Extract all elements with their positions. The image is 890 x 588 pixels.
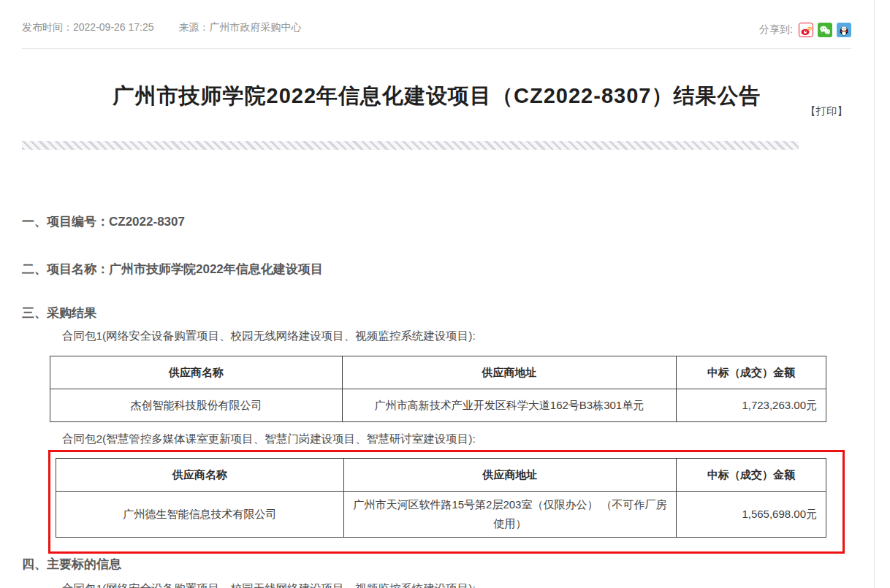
col-supplier-name: 供应商名称 <box>50 356 343 389</box>
table-row: 杰创智能科技股份有限公司 广州市高新技术产业开发区科学大道162号B3栋301单… <box>50 389 826 422</box>
section-procurement-result: 三、采购结果 <box>22 305 96 321</box>
qq-icon[interactable] <box>837 23 851 37</box>
share-label: 分享到: <box>759 23 793 37</box>
weibo-icon[interactable] <box>799 23 813 37</box>
supplier-name-cell: 杰创智能科技股份有限公司 <box>50 389 343 422</box>
package2-label: 合同包2(智慧管控多媒体课室更新项目、智慧门岗建设项目、智慧研讨室建设项目): <box>62 432 476 447</box>
table-row: 广州德生智能信息技术有限公司 广州市天河区软件路15号第2层203室（仅限办公）… <box>56 492 826 538</box>
col-award-amount: 中标（成交）金额 <box>677 356 826 389</box>
package2-result-table: 供应商名称 供应商地址 中标（成交）金额 广州德生智能信息技术有限公司 广州市天… <box>56 458 826 538</box>
section-project-name: 二、项目名称：广州市技师学院2022年信息化建设项目 <box>22 261 323 278</box>
supplier-name-cell: 广州德生智能信息技术有限公司 <box>56 492 344 538</box>
col-award-amount: 中标（成交）金额 <box>677 459 826 492</box>
col-supplier-name: 供应商名称 <box>56 459 344 492</box>
col-supplier-address: 供应商地址 <box>344 459 677 492</box>
wechat-icon[interactable] <box>818 23 832 37</box>
announcement-page: 发布时间：2022-09-26 17:25来源：广州市政府采购中心 分享到: <box>0 0 890 588</box>
package1-result-table: 供应商名称 供应商地址 中标（成交）金额 杰创智能科技股份有限公司 广州市高新技… <box>50 356 826 422</box>
share-bar: 分享到: <box>759 23 851 37</box>
page-title: 广州市技师学院2022年信息化建设项目（CZ2022-8307）结果公告 <box>0 82 874 111</box>
source-value: 广州市政府采购中心 <box>210 21 302 33</box>
section-main-subject-info: 四、主要标的信息 <box>22 556 121 573</box>
page-right-divider <box>874 0 875 588</box>
supplier-address-cell: 广州市天河区软件路15号第2层203室（仅限办公） （不可作厂房使用） <box>344 492 677 538</box>
publish-time-value: 2022-09-26 17:25 <box>73 21 154 33</box>
table-header-row: 供应商名称 供应商地址 中标（成交）金额 <box>50 356 826 389</box>
award-amount-cell: 1,565,698.00元 <box>677 492 826 538</box>
supplier-address-cell: 广州市高新技术产业开发区科学大道162号B3栋301单元 <box>343 389 677 422</box>
table-header-row: 供应商名称 供应商地址 中标（成交）金额 <box>56 459 826 492</box>
print-button[interactable]: 【打印】 <box>805 104 848 118</box>
section-project-number: 一、项目编号：CZ2022-8307 <box>22 213 185 230</box>
publish-time-label: 发布时间： <box>22 21 73 33</box>
meta-bar: 发布时间：2022-09-26 17:25来源：广州市政府采购中心 <box>22 21 302 34</box>
col-supplier-address: 供应商地址 <box>343 356 677 389</box>
package1-label: 合同包1(网络安全设备购置项目、校园无线网络建设项目、视频监控系统建设项目): <box>62 329 476 344</box>
meta-bar-divider <box>22 48 851 49</box>
hatched-divider <box>22 141 799 150</box>
source-label: 来源： <box>179 21 210 33</box>
package1-label-clipped: 合同包1(网络安全设备购置项目、校园无线网络建设项目、视频监控系统建设项目): <box>62 581 476 588</box>
award-amount-cell: 1,723,263.00元 <box>677 389 826 422</box>
